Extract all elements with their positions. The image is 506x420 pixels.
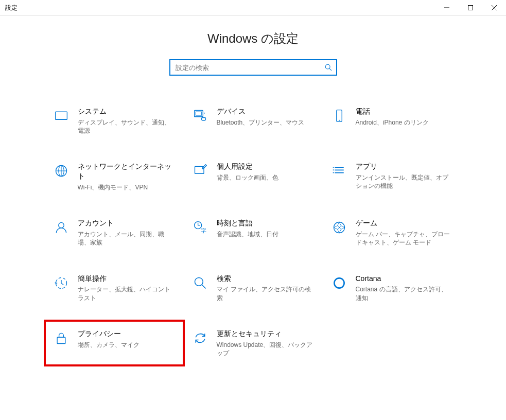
svg-point-1	[325, 64, 330, 69]
tile-gaming[interactable]: ゲーム ゲーム バー、キャプチャ、ブロードキャスト、ゲーム モード	[328, 215, 457, 250]
svg-rect-2	[55, 112, 67, 119]
svg-rect-5	[201, 118, 205, 120]
svg-point-15	[58, 223, 64, 229]
sync-icon	[192, 330, 208, 346]
svg-point-12	[333, 167, 334, 168]
tile-desc: 背景、ロック画面、色	[217, 173, 315, 182]
search-input[interactable]	[175, 63, 325, 72]
magnifier-icon	[192, 275, 208, 291]
svg-point-13	[333, 169, 334, 170]
window-controls	[435, 0, 506, 15]
tile-personalize[interactable]: 個人用設定 背景、ロック画面、色	[189, 159, 318, 195]
maximize-button[interactable]	[459, 0, 482, 15]
tile-title: 時刻と言語	[217, 218, 315, 228]
tile-accounts[interactable]: アカウント アカウント、メール、同期、職場、家族	[50, 215, 179, 250]
svg-point-21	[334, 278, 344, 288]
globe-icon	[53, 163, 69, 179]
tile-desc: ディスプレイ、サウンド、通知、電源	[78, 118, 176, 135]
time-language-icon: 字	[192, 219, 208, 236]
tile-desc: アンインストール、既定値、オプションの機能	[356, 173, 453, 190]
tile-phone[interactable]: 電話 Android、iPhone のリンク	[328, 103, 457, 138]
tile-desc: アカウント、メール、同期、職場、家族	[78, 230, 176, 247]
tile-cortana[interactable]: Cortana Cortana の言語、アクセス許可、通知	[328, 271, 457, 305]
tile-desc: Cortana の言語、アクセス許可、通知	[356, 285, 453, 302]
person-icon	[53, 219, 69, 236]
tile-desc: Windows Update、回復、バックアップ	[217, 341, 315, 357]
tile-devices[interactable]: デバイス Bluetooth、プリンター、マウス	[189, 103, 318, 138]
tile-title: 個人用設定	[217, 162, 315, 171]
search-icon	[325, 64, 332, 71]
tile-title: 検索	[217, 274, 315, 284]
tile-title: 簡単操作	[78, 274, 176, 284]
tile-desc: ナレーター、拡大鏡、ハイコントラスト	[78, 285, 176, 302]
tile-title: アカウント	[78, 218, 176, 228]
tile-system[interactable]: システム ディスプレイ、サウンド、通知、電源	[50, 103, 179, 138]
tile-title: システム	[78, 107, 176, 116]
gaming-icon	[331, 219, 347, 236]
tile-ease-of-access[interactable]: 簡単操作 ナレーター、拡大鏡、ハイコントラスト	[50, 271, 179, 305]
tile-title: 更新とセキュリティ	[217, 329, 315, 339]
tile-desc: Bluetooth、プリンター、マウス	[217, 118, 315, 127]
tile-title: 電話	[356, 107, 453, 116]
svg-point-6	[203, 113, 204, 114]
apps-icon	[331, 163, 347, 179]
search-box[interactable]	[169, 59, 337, 76]
cortana-icon	[331, 275, 347, 291]
phone-icon	[331, 108, 347, 124]
tile-privacy[interactable]: プライバシー 場所、カメラ、マイク	[50, 326, 179, 360]
page-title: Windows の設定	[0, 30, 506, 47]
tile-title: プライバシー	[78, 329, 176, 339]
minimize-button[interactable]	[435, 0, 459, 15]
svg-point-20	[195, 277, 203, 286]
window-title: 設定	[5, 4, 18, 12]
svg-text:字: 字	[200, 227, 206, 234]
tile-time-language[interactable]: 字 時刻と言語 音声認識、地域、日付	[189, 215, 318, 250]
tile-desc: ゲーム バー、キャプチャ、ブロードキャスト、ゲーム モード	[356, 230, 453, 247]
tile-search[interactable]: 検索 マイ ファイル、アクセス許可の検索	[189, 271, 318, 305]
settings-grid: システム ディスプレイ、サウンド、通知、電源 デバイス Bluetooth、プリ…	[50, 103, 457, 360]
tile-desc: Wi-Fi、機内モード、VPN	[78, 183, 176, 191]
tile-update-security[interactable]: 更新とセキュリティ Windows Update、回復、バックアップ	[189, 326, 318, 360]
svg-rect-0	[468, 6, 473, 10]
tile-title: Cortana	[356, 274, 453, 284]
tile-title: ゲーム	[356, 218, 453, 228]
tile-desc: マイ ファイル、アクセス許可の検索	[217, 285, 315, 302]
tile-desc: 音声認識、地域、日付	[217, 230, 315, 238]
svg-point-14	[333, 172, 334, 173]
tile-title: デバイス	[217, 107, 315, 116]
titlebar: 設定	[0, 0, 506, 16]
paint-icon	[192, 163, 208, 179]
svg-rect-22	[57, 337, 65, 343]
tile-apps[interactable]: アプリ アンインストール、既定値、オプションの機能	[328, 159, 457, 195]
tile-desc: 場所、カメラ、マイク	[78, 341, 176, 349]
devices-icon	[192, 108, 208, 124]
tile-network[interactable]: ネットワークとインターネット Wi-Fi、機内モード、VPN	[50, 159, 179, 195]
tile-desc: Android、iPhone のリンク	[356, 118, 453, 127]
close-button[interactable]	[482, 0, 506, 15]
tile-title: ネットワークとインターネット	[78, 162, 176, 181]
tile-title: アプリ	[356, 162, 453, 171]
svg-point-8	[338, 120, 339, 121]
ease-icon	[53, 275, 69, 291]
display-icon	[53, 108, 69, 124]
svg-rect-4	[196, 112, 201, 115]
lock-icon	[53, 330, 69, 346]
